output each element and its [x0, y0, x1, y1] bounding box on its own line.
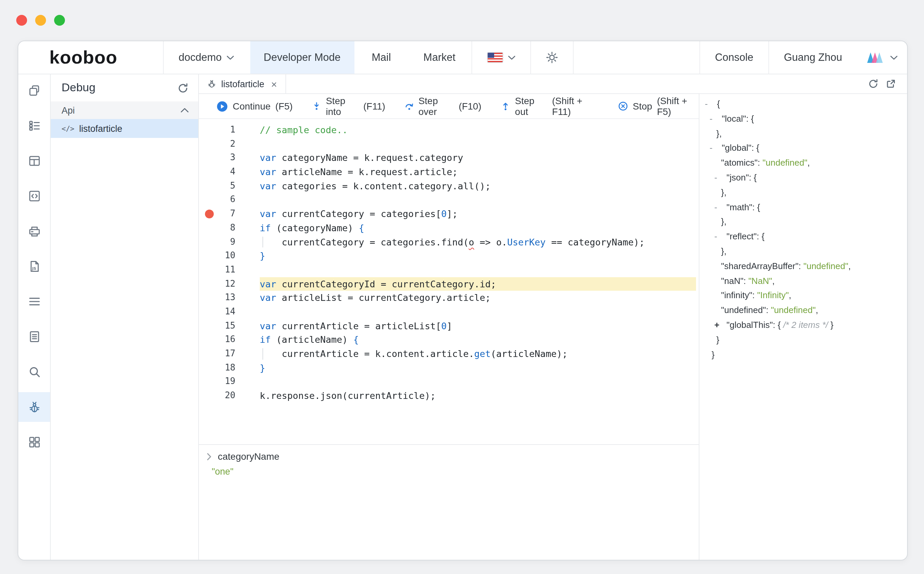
content-area: JS De [18, 74, 907, 560]
stop-icon [618, 101, 628, 112]
sidebar-debug[interactable] [18, 392, 50, 422]
modules-icon [27, 435, 41, 449]
line-number[interactable]: 10 [199, 249, 245, 263]
step-over-button[interactable]: Step over (F10) [404, 95, 481, 117]
api-item-listofarticle[interactable]: </> listofarticle [51, 119, 198, 138]
code-line[interactable] [260, 137, 696, 151]
sidebar-search[interactable] [18, 357, 50, 387]
pages-icon [27, 84, 41, 97]
close-window-button[interactable] [16, 15, 27, 26]
collapse-toggle[interactable]: - [709, 112, 722, 126]
code-line[interactable]: if (categoryName) { [260, 221, 696, 235]
code-line[interactable]: // sample code.. [260, 123, 696, 137]
code-line[interactable]: k.response.json(currentArticle); [260, 389, 696, 403]
sidebar-pages[interactable] [18, 76, 50, 106]
code-line[interactable] [260, 193, 696, 207]
refresh-icon[interactable] [868, 79, 879, 89]
line-number[interactable]: 7 [199, 207, 245, 221]
api-group-header[interactable]: Api [51, 101, 198, 119]
collapse-toggle[interactable]: - [714, 229, 727, 244]
line-number[interactable]: 11 [199, 263, 245, 277]
expand-toggle[interactable]: + [714, 318, 727, 333]
code-line[interactable] [260, 305, 696, 319]
close-icon[interactable]: × [271, 79, 277, 89]
account-menu[interactable] [857, 41, 907, 74]
inspector-line: "atomics": "undefined", [700, 156, 907, 170]
code-line[interactable]: } [260, 249, 696, 263]
sidebar-documents[interactable] [18, 322, 50, 352]
open-external-icon[interactable] [885, 79, 896, 89]
sidebar-code[interactable] [18, 181, 50, 211]
line-number[interactable]: 9 [199, 235, 245, 249]
breakpoint-dot[interactable] [205, 210, 214, 218]
document-icon [27, 330, 41, 344]
code-line[interactable]: } [260, 361, 696, 375]
tab-market[interactable]: Market [407, 41, 472, 74]
refresh-icon[interactable] [177, 82, 189, 94]
line-number[interactable]: 17 [199, 347, 245, 361]
line-number[interactable]: 13 [199, 291, 245, 305]
line-number[interactable]: 5 [199, 179, 245, 193]
active-code-line[interactable]: var currentCategoryId = currentCategory.… [260, 277, 696, 291]
continue-button[interactable]: Continue (F5) [216, 100, 292, 112]
editor-pane: Continue (F5) Step into (F11) Step over [199, 94, 700, 560]
stop-button[interactable]: Stop (Shift + F5) [618, 95, 699, 117]
step-into-icon [311, 101, 321, 112]
step-out-icon [500, 101, 510, 112]
console-link[interactable]: Console [700, 41, 768, 74]
line-number[interactable]: 19 [199, 375, 245, 389]
minimize-window-button[interactable] [35, 15, 46, 26]
code-line[interactable] [260, 375, 696, 389]
inspector-line: -"json": { [700, 170, 907, 185]
code-line[interactable]: currentArticle = k.content.article.get(a… [260, 347, 696, 361]
code-line[interactable]: var categories = k.content.category.all(… [260, 179, 696, 193]
watch-expression-row: categoryName [207, 451, 691, 462]
editor-tab-listofarticle[interactable]: listofarticle × [199, 74, 286, 93]
sidebar-scripts[interactable]: JS [18, 252, 50, 281]
code-line[interactable]: var currentCategory = categories[0]; [260, 207, 696, 221]
code-line[interactable]: var articleName = k.request.article; [260, 165, 696, 179]
line-number[interactable]: 6 [199, 193, 245, 207]
sidebar-menus[interactable] [18, 287, 50, 316]
line-number[interactable]: 20 [199, 389, 245, 403]
language-selector[interactable] [472, 41, 531, 74]
code-line[interactable] [260, 263, 696, 277]
line-number[interactable]: 15 [199, 319, 245, 333]
collapse-toggle[interactable]: - [709, 141, 722, 156]
line-number[interactable]: 16 [199, 333, 245, 347]
code-line[interactable]: var categoryName = k.request.category [260, 151, 696, 165]
continue-shortcut: (F5) [275, 101, 292, 112]
user-menu[interactable]: Guang Zhou [769, 41, 857, 74]
tab-mail[interactable]: Mail [355, 41, 407, 74]
code-line[interactable]: var currentArticle = articleList[0] [260, 319, 696, 333]
sidebar-layouts[interactable] [18, 146, 50, 176]
sidebar-storage[interactable] [18, 216, 50, 246]
zoom-window-button[interactable] [54, 15, 65, 26]
sidebar-modules[interactable] [18, 427, 50, 457]
line-number[interactable]: 12 [199, 277, 245, 291]
line-number[interactable]: 14 [199, 305, 245, 319]
code-line[interactable]: currentCategory = categories.find(o => o… [260, 235, 696, 249]
collapse-toggle[interactable]: - [714, 170, 727, 185]
line-number[interactable]: 2 [199, 137, 245, 151]
step-out-button[interactable]: Step out (Shift + F11) [500, 95, 599, 117]
line-number[interactable]: 4 [199, 165, 245, 179]
stop-shortcut: (Shift + F5) [657, 95, 699, 117]
line-number[interactable]: 3 [199, 151, 245, 165]
bug-icon [207, 79, 216, 88]
site-selector[interactable]: docdemo [164, 41, 249, 74]
sidebar-content[interactable] [18, 111, 50, 140]
tab-developer-mode[interactable]: Developer Mode [250, 41, 354, 74]
theme-toggle[interactable] [531, 41, 573, 74]
code-line[interactable]: if (articleName) { [260, 333, 696, 347]
collapse-toggle[interactable]: - [714, 200, 727, 214]
line-number[interactable]: 1 [199, 123, 245, 137]
watch-console[interactable]: categoryName "one" [199, 444, 699, 560]
inspector-line: +"globalThis": { /* 2 items */ } [700, 318, 907, 333]
step-into-button[interactable]: Step into (F11) [311, 95, 385, 117]
chevron-right-icon[interactable] [207, 453, 212, 460]
line-number[interactable]: 18 [199, 361, 245, 375]
collapse-toggle[interactable]: - [705, 97, 717, 112]
line-number[interactable]: 8 [199, 221, 245, 235]
code-line[interactable]: var articleList = currentCategory.articl… [260, 291, 696, 305]
